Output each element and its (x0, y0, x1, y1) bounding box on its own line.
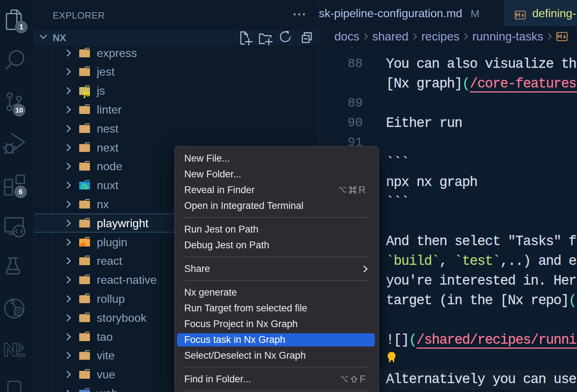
svg-text:js: js (83, 89, 90, 98)
